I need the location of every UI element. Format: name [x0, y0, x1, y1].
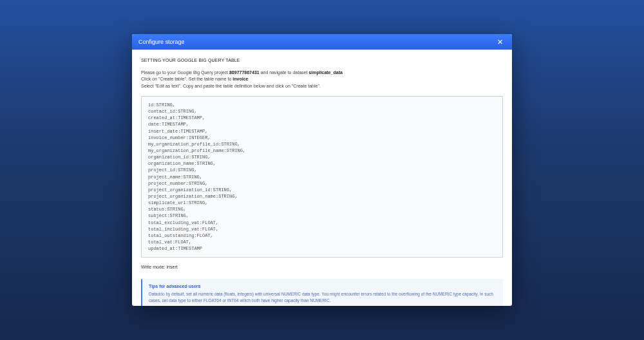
instr2-prefix: Click on "Create table". Set the table n… [141, 77, 232, 81]
table-name: invoice [232, 77, 248, 81]
modal-title: Configure storage [138, 39, 185, 45]
project-id: 809777867431 [229, 70, 260, 75]
instruction-line-2: Click on "Create table". Set the table n… [141, 76, 503, 83]
modal-body: SETTING YOUR GOOGLE BIG QUERY TABLE Plea… [132, 50, 512, 306]
write-mode-label: Write mode: [141, 265, 167, 269]
modal-header: Configure storage ✕ [132, 34, 512, 50]
configure-storage-modal: Configure storage ✕ SETTING YOUR GOOGLE … [132, 34, 512, 306]
dataset-name: simplicate_data [308, 70, 343, 75]
instr1-prefix: Please go to your Google Big Query proje… [141, 70, 229, 75]
instructions-block: Please go to your Google Big Query proje… [141, 70, 503, 90]
instruction-line-1: Please go to your Google Big Query proje… [141, 70, 503, 77]
section-title: SETTING YOUR GOOGLE BIG QUERY TABLE [141, 57, 503, 64]
table-definition-textbox[interactable]: id:STRING, contact_id:STRING, created_at… [141, 96, 503, 258]
write-mode-value: insert [167, 265, 178, 269]
tips-title: Tips for advanced users [149, 283, 497, 290]
write-mode-row: Write mode: insert [141, 264, 503, 271]
tips-panel: Tips for advanced users Dataddo by defau… [141, 279, 503, 306]
close-icon[interactable]: ✕ [495, 37, 506, 47]
instruction-line-3: Select "Edit as text". Copy and paste th… [141, 83, 503, 90]
tips-body: Dataddo by default, set all numeric data… [149, 291, 497, 303]
instr1-mid: and navigate to dataset [260, 70, 309, 75]
